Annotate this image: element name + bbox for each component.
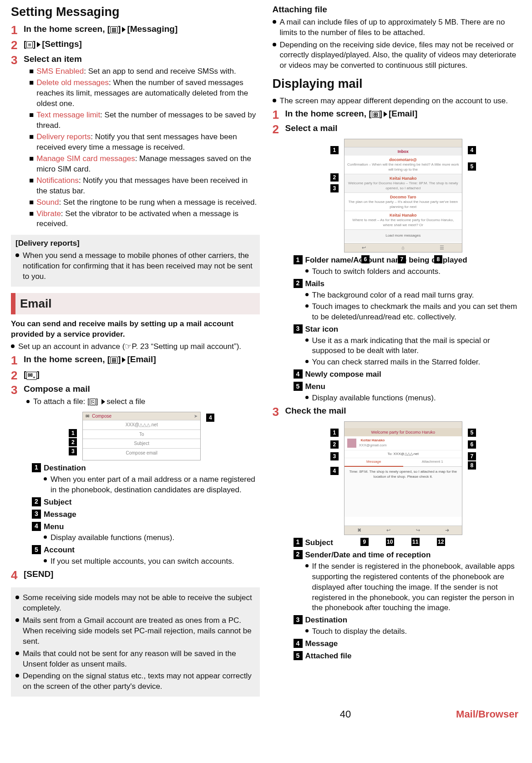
callout-3: 3	[69, 447, 77, 455]
inbox-callout-star: 3Star icon	[294, 324, 522, 335]
step-number: 1	[273, 108, 283, 121]
option-manage-sim: ■Manage SIM card messages: Manage messag…	[29, 154, 260, 175]
step-number: 1	[11, 354, 21, 367]
delivery-reports-note: [Delivery reports] When you send a messa…	[11, 235, 260, 287]
attach-file-note: To attach a file: [⎘] select a file	[26, 397, 260, 407]
mail-detail-figure: Welcome party for Docomo Haruko Keitai H…	[285, 421, 522, 535]
step-title: In the home screen, [⊞][Email]	[285, 108, 522, 120]
callout-4: 4	[468, 146, 476, 154]
email-setup-note: Set up an account in advance (☞P. 23 “Se…	[11, 342, 260, 352]
callout-account-sub: If you set multiple accounts, you can sw…	[44, 556, 260, 567]
inbox-figure: Inbox docomotaro@Confirmation – When wil…	[285, 139, 522, 253]
compose-body: Compose email	[83, 448, 200, 460]
disp-step-2: 2 Select a mail Inbox docomotaro@Confirm…	[273, 123, 522, 404]
inbox-callout-mails-sub1: The background color of a read mail turn…	[305, 290, 522, 301]
compose-title: Compose	[92, 413, 111, 419]
detail-callout-message: 4Message	[294, 639, 522, 649]
inbox-msg: Docomo TaroThe plan on the house party –…	[345, 193, 462, 212]
step-title: [✉+]	[24, 369, 260, 380]
inbox-callout-menu: 5Menu	[294, 382, 522, 392]
right-column: Attaching file A mail can include files …	[273, 4, 522, 697]
callout-2: 2	[330, 173, 339, 182]
callout-7: 7	[468, 452, 476, 460]
callout-5: 5	[468, 429, 476, 437]
option-vibrate: ■Vibrate: Set the vibrator to be activat…	[29, 209, 260, 230]
triangle-icon	[122, 27, 126, 32]
inbox-callout-compose: 4Newly compose mail	[294, 369, 522, 380]
callout-2: 2	[69, 438, 77, 446]
inbox-callout-menu-sub: Display available functions (menus).	[305, 393, 522, 404]
heading-setting-messaging: Setting Messaging	[11, 4, 260, 20]
step-number: 2	[11, 369, 21, 382]
step-title: In the home screen, [⊞][Email]	[24, 354, 260, 365]
note-bullet: When you send a message to mobile phones…	[15, 251, 255, 282]
callout-11: 11	[411, 538, 420, 546]
tab-attachment: Attachment 1	[403, 458, 462, 467]
step-title: [≡][Settings]	[24, 39, 260, 50]
attaching-file-head: Attaching file	[273, 4, 522, 15]
callout-6: 6	[361, 255, 370, 263]
step-number: 3	[11, 384, 21, 567]
triangle-icon	[37, 42, 41, 47]
callout-1: 1	[330, 146, 339, 154]
callout-4: 4	[206, 414, 214, 422]
inbox-msg: docomotaro@Confirmation – When will the …	[345, 156, 462, 174]
detail-bottom-bar: ✖↩↪➜	[345, 526, 462, 535]
option-sound: ■Sound: Set the ringtone to be rung when…	[29, 197, 260, 208]
hand-pointer-icon: ☞	[125, 342, 132, 351]
step-number: 2	[273, 123, 283, 404]
step-title: In the home screen, [⊞][Messaging]	[24, 24, 260, 35]
option-text-limit: ■Text message limit: Set the number of m…	[29, 110, 260, 131]
page-number: 40	[235, 707, 456, 721]
step-number: 3	[273, 405, 283, 662]
option-notifications: ■Notifications: Notify you that messages…	[29, 176, 260, 197]
callout-2: 2	[330, 440, 339, 449]
email-step-2: 2 [✉+]	[11, 369, 260, 382]
compose-subject: Subject	[83, 439, 200, 448]
callout-1: 1	[330, 429, 339, 437]
detail-callout-destination: 3Destination	[294, 615, 522, 626]
email-step-1: 1 In the home screen, [⊞][Email]	[11, 354, 260, 367]
callout-5: 5	[468, 162, 476, 171]
detail-callout-destination-sub: Touch to display the details.	[305, 627, 522, 637]
apps-grid-icon: ⊞	[110, 357, 118, 364]
step-title: Check the mail	[285, 405, 522, 417]
detail-callout-sender: 2Sender/Date and time of reception	[294, 550, 522, 561]
inbox-msg: Keitai HanakoWelcome party for Docomo Ha…	[345, 174, 462, 193]
callout-8: 8	[468, 461, 476, 470]
heading-displaying-mail: Displaying mail	[273, 76, 522, 92]
avatar	[347, 439, 356, 448]
disp-step-1: 1 In the home screen, [⊞][Email]	[273, 108, 522, 121]
send-note: Some receiving side models may not be ab…	[15, 593, 255, 614]
step-number: 2	[11, 39, 21, 52]
compose-figure: ✉ Compose ➤ XXX@△△△.net To Subject Compo…	[24, 412, 260, 460]
option-delete-old: ■Delete old messages: When the number of…	[29, 78, 260, 109]
compose-from: XXX@△△△.net	[83, 420, 200, 430]
step-title: [SEND]	[24, 569, 260, 580]
callout-subject: 2Subject	[32, 497, 260, 508]
detail-callout-subject: 1Subject	[294, 538, 522, 548]
email-step-4: 4 [SEND]	[11, 569, 260, 582]
triangle-icon	[101, 399, 105, 404]
detail-callout-sender-sub: If the sender is registered in the phone…	[305, 561, 522, 614]
attach-note: A mail can include files of up to approx…	[273, 17, 522, 38]
callout-menu: 4Menu	[32, 522, 260, 532]
envelope-icon: ✉	[86, 413, 89, 419]
inbox-callout-mails-sub2: Touch images to checkmark the mails and …	[305, 302, 522, 323]
send-note: Depending on the signal status etc., tex…	[15, 671, 255, 692]
inbox-callout-mails: 2Mails	[294, 279, 522, 289]
callout-destination-sub: When you enter part of a mail address or…	[44, 475, 260, 495]
callout-6: 6	[468, 440, 476, 449]
triangle-icon	[122, 357, 126, 363]
disp-step-3: 3 Check the mail Welcome party for Docom…	[273, 405, 522, 662]
detail-sender-addr: XXX@gmail.com	[359, 443, 387, 448]
inbox-bottom-bar: ↩⌂☰	[345, 243, 462, 252]
callout-7: 7	[398, 255, 406, 263]
detail-subject: Welcome party for Docomo Haruko	[345, 428, 462, 436]
menu-icon: ≡	[26, 41, 33, 48]
send-note: Mails sent from a Gmail account are trea…	[15, 616, 255, 647]
detail-tabs: Message Attachment 1	[345, 458, 462, 467]
callout-10: 10	[386, 538, 394, 546]
callout-1: 1	[69, 429, 77, 437]
attach-note: Depending on the receiving side device, …	[273, 40, 522, 71]
